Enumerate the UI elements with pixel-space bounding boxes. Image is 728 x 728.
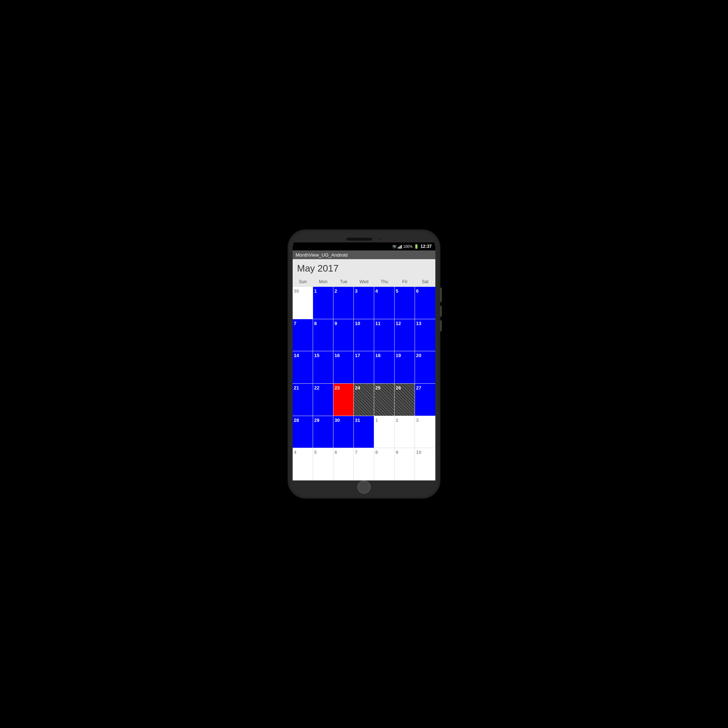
calendar-cell-1-5[interactable]: 12 bbox=[395, 319, 415, 351]
volume-up-button[interactable] bbox=[440, 306, 442, 317]
calendar-cell-0-6[interactable]: 6 bbox=[415, 287, 435, 319]
calendar-week-6: 45678910 bbox=[293, 448, 435, 480]
calendar-cell-5-1[interactable]: 5 bbox=[313, 448, 333, 480]
calendar-cell-4-1[interactable]: 29 bbox=[313, 416, 333, 448]
app-title-text: MonthView_UG_Android bbox=[295, 252, 348, 258]
cell-date-number: 9 bbox=[396, 450, 398, 455]
calendar-cell-1-4[interactable]: 11 bbox=[374, 319, 395, 351]
battery-percentage: 100% bbox=[403, 245, 413, 249]
calendar-cell-4-0[interactable]: 28 bbox=[293, 416, 313, 448]
cell-date-number: 31 bbox=[355, 418, 360, 423]
phone-screen: 📷 100% 🔋 12:37 MonthView_UG_Android May … bbox=[293, 234, 435, 494]
cell-date-number: 14 bbox=[294, 353, 299, 358]
calendar-cell-5-3[interactable]: 7 bbox=[354, 448, 374, 480]
calendar-cell-1-3[interactable]: 10 bbox=[354, 319, 374, 351]
cell-date-number: 20 bbox=[416, 353, 421, 358]
calendar-cell-5-5[interactable]: 9 bbox=[395, 448, 415, 480]
calendar-cell-0-2[interactable]: 2 bbox=[333, 287, 354, 319]
calendar-cell-0-0[interactable]: 30 bbox=[293, 287, 313, 319]
calendar-week-2: 78910111213 bbox=[293, 319, 435, 352]
cell-date-number: 5 bbox=[396, 288, 398, 294]
cell-date-number: 30 bbox=[294, 288, 299, 294]
calendar-cell-5-6[interactable]: 10 bbox=[415, 448, 435, 480]
calendar-cell-5-4[interactable]: 8 bbox=[374, 448, 395, 480]
cell-date-number: 18 bbox=[375, 353, 380, 358]
cell-date-number: 5 bbox=[314, 450, 317, 455]
calendar-cell-4-6[interactable]: 3 bbox=[415, 416, 435, 448]
calendar-cell-1-0[interactable]: 7 bbox=[293, 319, 313, 351]
day-headers-row: Sun Mon Tue Wed Thu Fri Sat bbox=[293, 277, 435, 286]
cell-date-number: 27 bbox=[416, 385, 421, 391]
calendar-cell-2-5[interactable]: 19 bbox=[395, 351, 415, 383]
calendar-cell-2-0[interactable]: 14 bbox=[293, 351, 313, 383]
screenshot-icon: 📷 bbox=[392, 245, 396, 248]
cell-date-number: 1 bbox=[375, 418, 378, 423]
month-header: May 2017 bbox=[293, 259, 435, 277]
calendar-cell-3-0[interactable]: 21 bbox=[293, 384, 313, 416]
calendar-week-1: 30123456 bbox=[293, 287, 435, 319]
day-header-wed: Wed bbox=[354, 278, 374, 285]
calendar-cell-5-0[interactable]: 4 bbox=[293, 448, 313, 480]
cell-date-number: 9 bbox=[335, 321, 337, 326]
phone-top-bar bbox=[293, 234, 435, 242]
power-button[interactable] bbox=[440, 288, 442, 302]
cell-date-number: 29 bbox=[314, 418, 319, 423]
calendar-cell-3-5[interactable]: 26 bbox=[395, 384, 415, 416]
screen-content: 📷 100% 🔋 12:37 MonthView_UG_Android May … bbox=[293, 242, 435, 480]
calendar-cell-3-1[interactable]: 22 bbox=[313, 384, 333, 416]
calendar-cell-0-1[interactable]: 1 bbox=[313, 287, 333, 319]
calendar-cell-4-2[interactable]: 30 bbox=[333, 416, 354, 448]
day-header-sat: Sat bbox=[415, 278, 435, 285]
cell-date-number: 21 bbox=[294, 385, 299, 391]
cell-date-number: 2 bbox=[396, 418, 398, 423]
cell-date-number: 25 bbox=[375, 385, 380, 391]
signal-strength-icon bbox=[398, 244, 402, 249]
phone-device: 📷 100% 🔋 12:37 MonthView_UG_Android May … bbox=[288, 229, 440, 499]
day-header-mon: Mon bbox=[313, 278, 333, 285]
calendar-cell-3-2[interactable]: 23 bbox=[333, 384, 354, 416]
cell-date-number: 26 bbox=[396, 385, 401, 391]
calendar-cell-0-4[interactable]: 4 bbox=[374, 287, 395, 319]
cell-date-number: 24 bbox=[355, 385, 360, 391]
app-titlebar: MonthView_UG_Android bbox=[293, 251, 435, 259]
calendar-cell-2-1[interactable]: 15 bbox=[313, 351, 333, 383]
calendar-cell-4-3[interactable]: 31 bbox=[354, 416, 374, 448]
calendar-cell-4-4[interactable]: 1 bbox=[374, 416, 395, 448]
front-camera bbox=[378, 237, 381, 241]
home-button[interactable] bbox=[358, 480, 370, 494]
cell-date-number: 8 bbox=[314, 321, 317, 326]
day-header-thu: Thu bbox=[374, 278, 395, 285]
calendar-cell-3-6[interactable]: 27 bbox=[415, 384, 435, 416]
calendar-cell-2-3[interactable]: 17 bbox=[354, 351, 374, 383]
calendar-cell-1-2[interactable]: 9 bbox=[333, 319, 354, 351]
speaker-grille bbox=[347, 238, 372, 241]
calendar-cell-1-1[interactable]: 8 bbox=[313, 319, 333, 351]
calendar-cell-0-3[interactable]: 3 bbox=[354, 287, 374, 319]
cell-date-number: 4 bbox=[294, 450, 296, 455]
cell-date-number: 3 bbox=[416, 418, 419, 423]
cell-date-number: 2 bbox=[335, 288, 337, 294]
volume-down-button[interactable] bbox=[440, 320, 442, 331]
status-time: 12:37 bbox=[421, 244, 432, 249]
cell-date-number: 17 bbox=[355, 353, 360, 358]
calendar-cell-2-2[interactable]: 16 bbox=[333, 351, 354, 383]
calendar: Sun Mon Tue Wed Thu Fri Sat 301234567891… bbox=[293, 277, 435, 480]
cell-date-number: 23 bbox=[335, 385, 340, 391]
calendar-cell-3-3[interactable]: 24 bbox=[354, 384, 374, 416]
calendar-week-5: 28293031123 bbox=[293, 416, 435, 448]
calendar-cell-3-4[interactable]: 25 bbox=[374, 384, 395, 416]
cell-date-number: 6 bbox=[335, 450, 337, 455]
calendar-cell-5-2[interactable]: 6 bbox=[333, 448, 354, 480]
cell-date-number: 11 bbox=[375, 321, 380, 326]
calendar-cell-2-6[interactable]: 20 bbox=[415, 351, 435, 383]
calendar-cell-1-6[interactable]: 13 bbox=[415, 319, 435, 351]
calendar-cell-4-5[interactable]: 2 bbox=[395, 416, 415, 448]
calendar-cell-2-4[interactable]: 18 bbox=[374, 351, 395, 383]
cell-date-number: 13 bbox=[416, 321, 421, 326]
cell-date-number: 15 bbox=[314, 353, 319, 358]
cell-date-number: 4 bbox=[375, 288, 378, 294]
cell-date-number: 1 bbox=[314, 288, 317, 294]
calendar-cell-0-5[interactable]: 5 bbox=[395, 287, 415, 319]
calendar-week-3: 14151617181920 bbox=[293, 351, 435, 384]
cell-date-number: 22 bbox=[314, 385, 319, 391]
